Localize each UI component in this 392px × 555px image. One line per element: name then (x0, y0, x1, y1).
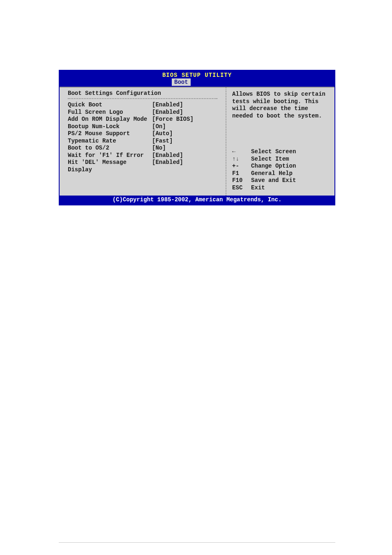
nav-key: ESC (232, 184, 251, 192)
setting-label: Full Screen Logo (68, 109, 152, 116)
setting-typematic-rate[interactable]: Typematic Rate [Fast] (68, 138, 217, 145)
left-arrow-icon: ← (232, 148, 251, 156)
updown-arrow-icon: ↑↓ (232, 156, 251, 163)
setting-quick-boot[interactable]: Quick Boot [Enabled] (68, 101, 217, 109)
nav-change-option: +- Change Option (232, 163, 329, 170)
section-divider (68, 98, 217, 99)
setting-wait-f1[interactable]: Wait for 'F1' If Error [Enabled] (68, 152, 217, 159)
nav-desc: General Help (251, 170, 329, 177)
nav-key: F1 (232, 170, 251, 177)
context-help-text: Allows BIOS to skip certain tests while … (232, 91, 329, 120)
setting-label: Wait for 'F1' If Error (68, 152, 152, 159)
setting-full-screen-logo[interactable]: Full Screen Logo [Enabled] (68, 109, 217, 116)
nav-exit: ESC Exit (232, 184, 329, 192)
setting-value: [Enabled] (152, 101, 217, 109)
page-container: BIOS SETUP UTILITY Boot Boot Settings Co… (0, 0, 392, 543)
setting-ps2-mouse[interactable]: PS/2 Mouse Support [Auto] (68, 130, 217, 138)
nav-select-screen: ← Select Screen (232, 148, 329, 156)
nav-desc: Select Item (251, 156, 329, 163)
plus-minus-icon: +- (232, 163, 251, 170)
setting-value: [Enabled] (152, 152, 217, 159)
settings-panel: Boot Settings Configuration Quick Boot [… (60, 88, 226, 196)
setting-value: [Fast] (152, 138, 217, 145)
nav-help-list: ← Select Screen ↑↓ Select Item +- Change… (232, 148, 329, 191)
nav-desc: Select Screen (251, 148, 329, 156)
setting-value: [On] (152, 123, 217, 131)
setting-label: Boot to OS/2 (68, 145, 152, 152)
nav-desc: Change Option (251, 163, 329, 170)
setting-boot-os2[interactable]: Boot to OS/2 [No] (68, 145, 217, 152)
bios-window: BIOS SETUP UTILITY Boot Boot Settings Co… (59, 70, 335, 205)
section-title: Boot Settings Configuration (68, 90, 217, 97)
setting-value: [Enabled] (152, 159, 217, 173)
bios-body: Boot Settings Configuration Quick Boot [… (60, 87, 334, 196)
setting-value: [Auto] (152, 130, 217, 138)
nav-general-help: F1 General Help (232, 170, 329, 177)
tab-boot[interactable]: Boot (172, 78, 191, 86)
nav-desc: Save and Exit (251, 177, 329, 184)
settings-list: Quick Boot [Enabled] Full Screen Logo [E… (68, 101, 217, 173)
setting-value: [Force BIOS] (152, 116, 217, 123)
setting-label: Hit 'DEL' Message Display (68, 159, 152, 173)
setting-hit-del[interactable]: Hit 'DEL' Message Display [Enabled] (68, 159, 217, 173)
bios-title: BIOS SETUP UTILITY (60, 71, 334, 78)
setting-value: [Enabled] (152, 109, 217, 116)
setting-add-on-rom[interactable]: Add On ROM Display Mode [Force BIOS] (68, 116, 217, 123)
setting-bootup-numlock[interactable]: Bootup Num-Lock [On] (68, 123, 217, 131)
page-divider (59, 542, 335, 543)
help-panel: Allows BIOS to skip certain tests while … (226, 88, 334, 196)
tab-bar: Boot (60, 78, 334, 87)
setting-label: Quick Boot (68, 101, 152, 109)
nav-key: F10 (232, 177, 251, 184)
bios-footer: (C)Copyright 1985-2002, American Megatre… (60, 196, 334, 205)
nav-desc: Exit (251, 184, 329, 192)
nav-save-exit: F10 Save and Exit (232, 177, 329, 184)
setting-label: PS/2 Mouse Support (68, 130, 152, 138)
nav-select-item: ↑↓ Select Item (232, 156, 329, 163)
setting-label: Bootup Num-Lock (68, 123, 152, 131)
setting-label: Typematic Rate (68, 138, 152, 145)
setting-label: Add On ROM Display Mode (68, 116, 152, 123)
setting-value: [No] (152, 145, 217, 152)
